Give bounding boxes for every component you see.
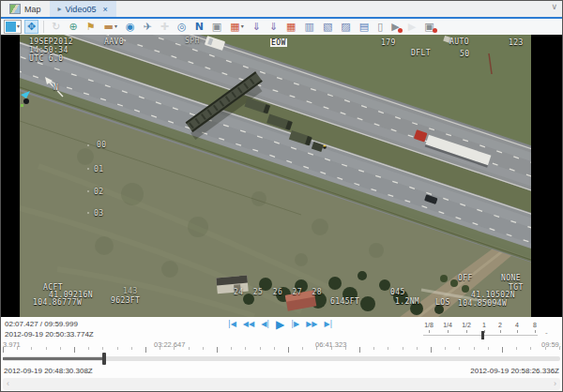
ribbon-collapse-icon[interactable]: ∨: [551, 2, 557, 11]
pan-tool-button[interactable]: ✥: [24, 20, 38, 34]
save-frame-button[interactable]: ⇓: [250, 20, 264, 34]
bookmarks-button[interactable]: ⚑: [84, 20, 99, 34]
ruler-tick: [359, 347, 360, 353]
color-swatch: [6, 22, 16, 32]
ruler-tick: [488, 347, 489, 350]
hud-right-value: 123: [509, 38, 524, 47]
application-window: Map ▸ Video05 × ∨ ▾✥↻⊕⚑▬▾◉✈✚◎N▣▦▾⇓⇓▦▥▧▨▤…: [0, 0, 563, 392]
save-frame-as-button[interactable]: ⇓: [266, 20, 281, 34]
north-align-button-glyph: N: [195, 21, 204, 33]
add-bookmark-button-glyph: ✚: [160, 21, 169, 33]
hud-range-ft: 6145FT: [330, 297, 359, 306]
hud-dflt-value: 50: [460, 50, 469, 58]
record-alt-button: ▶: [405, 20, 418, 34]
ruler-tick: [502, 347, 503, 353]
north-align-button[interactable]: N: [192, 20, 206, 34]
seek-handle[interactable]: [102, 353, 106, 365]
export-frames-button[interactable]: ▦: [283, 20, 298, 34]
ruler-tick: [46, 347, 47, 350]
layout-frames-button-glyph: ▦: [230, 21, 239, 33]
seek-fill: [3, 357, 104, 360]
globe-view-button[interactable]: ◎: [175, 20, 190, 34]
ruler-tick: [288, 347, 289, 353]
photo-stack-button[interactable]: ▤: [357, 20, 372, 34]
image-export-button-glyph: ▨: [341, 21, 350, 33]
ruler-tick: [345, 347, 346, 350]
pan-tool-button-glyph: ✥: [27, 21, 36, 33]
hud-auto: AUTO: [449, 38, 469, 46]
tab-bar: Map ▸ Video05 × ∨: [1, 1, 562, 19]
ruler-tick: [331, 347, 332, 350]
dropdown-caret-icon: ▾: [114, 21, 117, 33]
ruler-tick: [203, 347, 204, 350]
locate-aircraft-button-glyph: ✈: [144, 21, 152, 33]
export-frames-button-glyph: ▦: [286, 21, 296, 33]
record-dot-icon: [398, 28, 403, 33]
hud-heading: 179: [381, 38, 396, 47]
record-video-button[interactable]: ▶: [388, 20, 402, 34]
hud-groundspeed: 143: [123, 287, 138, 295]
ruler-tick: [403, 347, 403, 350]
measure-button-glyph: ▬: [104, 21, 114, 33]
zoom-to-video-button[interactable]: ◉: [123, 20, 138, 34]
image-export-button[interactable]: ▨: [338, 20, 353, 34]
add-overlay-to-map-button-glyph: ⊕: [68, 21, 77, 33]
hud-scale-01: 01: [94, 165, 103, 173]
ruler-tick: [117, 347, 118, 350]
ruler-tick: [302, 347, 303, 350]
hud-date: 19SEP2012: [29, 38, 73, 46]
hud-eow-flag: EOW: [270, 38, 287, 47]
ruler-tick: [445, 347, 446, 350]
layout-frames-button[interactable]: ▦▾: [227, 20, 246, 34]
ruler-tick: [559, 347, 560, 350]
add-overlay-to-map-button[interactable]: ⊕: [66, 20, 80, 34]
video-icon: ▸: [58, 6, 62, 13]
letterbox-left: [1, 35, 20, 317]
ruler-tick: [74, 347, 75, 353]
copy-frame-button-glyph: ▥: [305, 21, 314, 33]
dropdown-caret-icon: ▾: [241, 21, 244, 33]
ruler-tick: [245, 347, 246, 350]
ruler-tick: [388, 347, 388, 350]
hud-tgt-lon: 104.85094W: [458, 299, 507, 308]
scroll-left-icon[interactable]: ‹: [7, 378, 9, 390]
measure-button[interactable]: ▬▾: [101, 20, 120, 34]
ruler-tick: [174, 347, 175, 350]
record-dot-icon: [433, 28, 437, 33]
hud-tgt-lat: 41.10502N: [471, 291, 515, 299]
close-tab-icon[interactable]: ×: [102, 5, 107, 14]
tab-map[interactable]: Map: [1, 1, 50, 17]
ruler-tick: [231, 347, 232, 350]
snapshot-camera-button[interactable]: ▣: [209, 20, 224, 34]
ruler-tick: [316, 347, 317, 350]
frame-gallery-button[interactable]: ▧: [320, 20, 335, 34]
snapshot-camera-button-glyph: ▣: [212, 21, 221, 33]
tab-video05[interactable]: ▸ Video05 ×: [50, 1, 116, 17]
hud-compass-tape: 24 25 26 27 28: [234, 288, 322, 296]
seek-track[interactable]: [3, 356, 560, 361]
toolbar-separator: [43, 21, 44, 33]
record-alt-button-glyph: ▶: [408, 21, 416, 33]
tab-video05-label: Video05: [66, 5, 97, 14]
hud-scale-02: 02: [94, 188, 103, 196]
hud-scale-00: 00: [97, 141, 106, 149]
scroll-right-icon[interactable]: ›: [554, 378, 556, 390]
video-frame[interactable]: 19SEP2012AAV0SPHEOW179AUTO123DFLT5014:50…: [20, 35, 531, 317]
dropdown-caret-icon: ▾: [17, 21, 20, 33]
ruler-tick: [274, 347, 275, 350]
horizontal-scrollbar[interactable]: ‹ ›: [3, 378, 560, 390]
hud-none: NONE: [501, 274, 521, 282]
locate-aircraft-button[interactable]: ✈: [141, 20, 155, 34]
zoom-to-video-button-glyph: ◉: [126, 21, 135, 33]
aerial-scene: [20, 35, 531, 317]
hud-scale-03: 03: [94, 209, 103, 218]
hud-utc: UTC 6.0: [29, 54, 64, 63]
copy-frame-button[interactable]: ▥: [302, 20, 317, 34]
hud-laser-off: OFF: [458, 274, 473, 282]
ruler-tick: [131, 347, 132, 350]
playback-panel: 02:07.427 / 09:59.999 2012-09-19 20:50:3…: [1, 317, 562, 391]
record-camera-button[interactable]: ▣: [421, 20, 436, 34]
ruler-tick: [431, 347, 432, 353]
symbology-color-button[interactable]: ▾: [4, 20, 22, 34]
presentation-button[interactable]: ▯: [374, 20, 386, 34]
